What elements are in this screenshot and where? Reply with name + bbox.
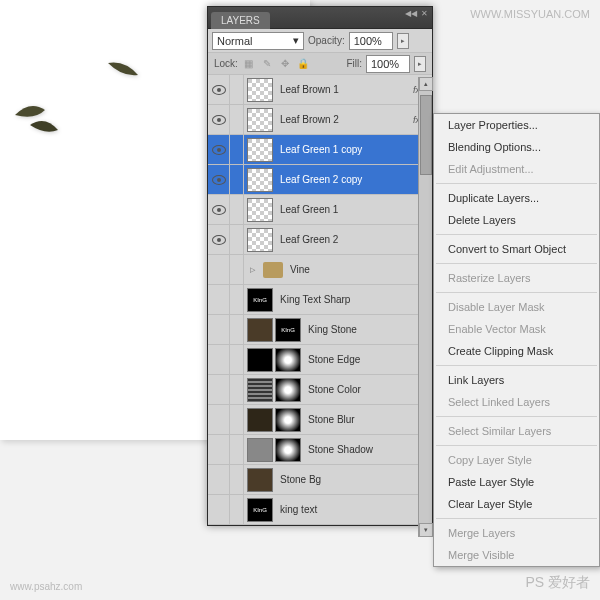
visibility-toggle[interactable] (208, 285, 230, 315)
scroll-thumb[interactable] (420, 95, 432, 175)
link-well[interactable] (230, 255, 244, 285)
visibility-toggle[interactable] (208, 435, 230, 465)
visibility-toggle[interactable] (208, 255, 230, 285)
layer-thumbnail[interactable] (247, 228, 273, 252)
link-well[interactable] (230, 285, 244, 315)
layer-name[interactable]: Stone Blur (304, 414, 432, 425)
close-icon[interactable]: ✕ (421, 9, 428, 18)
menu-item[interactable]: Delete Layers (434, 209, 599, 231)
link-well[interactable] (230, 465, 244, 495)
layer-row[interactable]: Stone Color (208, 375, 432, 405)
layer-thumbnail[interactable] (247, 138, 273, 162)
layer-name[interactable]: Stone Color (304, 384, 432, 395)
layer-name[interactable]: King Text Sharp (276, 294, 432, 305)
link-well[interactable] (230, 195, 244, 225)
layer-thumbnail[interactable] (247, 78, 273, 102)
layer-row[interactable]: Leaf Brown 1fx▾ (208, 75, 432, 105)
visibility-toggle[interactable] (208, 135, 230, 165)
layer-row[interactable]: Leaf Green 2 (208, 225, 432, 255)
layer-thumbnail[interactable] (247, 198, 273, 222)
layer-thumbnail[interactable]: KInG (247, 288, 273, 312)
visibility-toggle[interactable] (208, 75, 230, 105)
menu-item[interactable]: Blending Options... (434, 136, 599, 158)
fill-input[interactable]: 100% (366, 55, 410, 73)
menu-item[interactable]: Link Layers (434, 369, 599, 391)
layer-row[interactable]: ▷Vine (208, 255, 432, 285)
layer-row[interactable]: Stone Blur (208, 405, 432, 435)
layer-thumbnail[interactable] (275, 438, 301, 462)
layer-row[interactable]: KInGking text (208, 495, 432, 525)
layer-thumbnail[interactable] (275, 348, 301, 372)
layer-name[interactable]: Stone Edge (304, 354, 432, 365)
layer-thumbnail[interactable] (247, 108, 273, 132)
layer-name[interactable]: King Stone (304, 324, 432, 335)
layer-row[interactable]: Leaf Green 1 (208, 195, 432, 225)
layer-thumbnail[interactable]: KInG (247, 498, 273, 522)
layer-row[interactable]: Stone Bg (208, 465, 432, 495)
layer-thumbnail[interactable]: KInG (275, 318, 301, 342)
menu-item[interactable]: Create Clipping Mask (434, 340, 599, 362)
layer-thumbnail[interactable] (247, 468, 273, 492)
link-well[interactable] (230, 75, 244, 105)
link-well[interactable] (230, 315, 244, 345)
layer-name[interactable]: Leaf Green 2 copy (276, 174, 432, 185)
layer-name[interactable]: Vine (286, 264, 432, 275)
layer-thumbnail[interactable] (247, 318, 273, 342)
link-well[interactable] (230, 135, 244, 165)
opacity-input[interactable]: 100% (349, 32, 393, 50)
layer-row[interactable]: Leaf Brown 2fx▾ (208, 105, 432, 135)
link-well[interactable] (230, 405, 244, 435)
disclosure-icon[interactable]: ▷ (247, 266, 258, 274)
lock-trans-icon[interactable]: ▦ (242, 57, 256, 71)
tab-layers[interactable]: LAYERS (211, 12, 270, 29)
visibility-toggle[interactable] (208, 105, 230, 135)
layer-name[interactable]: Leaf Green 1 (276, 204, 432, 215)
blend-mode-select[interactable]: Normal ▾ (212, 32, 304, 50)
layer-thumbnail[interactable] (247, 408, 273, 432)
layer-name[interactable]: Stone Shadow (304, 444, 432, 455)
menu-item[interactable]: Duplicate Layers... (434, 187, 599, 209)
link-well[interactable] (230, 225, 244, 255)
lock-move-icon[interactable]: ✥ (278, 57, 292, 71)
scroll-up-button[interactable]: ▴ (419, 77, 433, 91)
link-well[interactable] (230, 345, 244, 375)
layer-thumbnail[interactable] (247, 378, 273, 402)
layer-row[interactable]: Leaf Green 1 copy (208, 135, 432, 165)
layer-thumbnail[interactable] (247, 438, 273, 462)
visibility-toggle[interactable] (208, 225, 230, 255)
visibility-toggle[interactable] (208, 165, 230, 195)
visibility-toggle[interactable] (208, 315, 230, 345)
visibility-toggle[interactable] (208, 405, 230, 435)
layer-row[interactable]: Stone Edge (208, 345, 432, 375)
visibility-toggle[interactable] (208, 345, 230, 375)
menu-item[interactable]: Layer Properties... (434, 114, 599, 136)
link-well[interactable] (230, 105, 244, 135)
visibility-toggle[interactable] (208, 195, 230, 225)
menu-item[interactable]: Clear Layer Style (434, 493, 599, 515)
visibility-toggle[interactable] (208, 495, 230, 525)
lock-brush-icon[interactable]: ✎ (260, 57, 274, 71)
layer-row[interactable]: KInGKing Text Sharp (208, 285, 432, 315)
layer-thumbnail[interactable] (247, 348, 273, 372)
link-well[interactable] (230, 435, 244, 465)
layer-name[interactable]: Stone Bg (276, 474, 432, 485)
layer-name[interactable]: king text (276, 504, 432, 515)
layer-row[interactable]: Stone Shadow (208, 435, 432, 465)
layer-thumbnail[interactable] (275, 408, 301, 432)
layer-row[interactable]: Leaf Green 2 copy (208, 165, 432, 195)
layer-name[interactable]: Leaf Brown 1 (276, 84, 411, 95)
layer-name[interactable]: Leaf Green 1 copy (276, 144, 432, 155)
menu-item[interactable]: Paste Layer Style (434, 471, 599, 493)
scrollbar[interactable]: ▴ ▾ (418, 77, 432, 537)
scroll-down-button[interactable]: ▾ (419, 523, 433, 537)
layer-name[interactable]: Leaf Brown 2 (276, 114, 411, 125)
layer-row[interactable]: KInGKing Stone (208, 315, 432, 345)
layer-thumbnail[interactable] (247, 168, 273, 192)
fill-flyout[interactable]: ▸ (414, 56, 426, 72)
link-well[interactable] (230, 165, 244, 195)
link-well[interactable] (230, 495, 244, 525)
visibility-toggle[interactable] (208, 375, 230, 405)
link-well[interactable] (230, 375, 244, 405)
layer-name[interactable]: Leaf Green 2 (276, 234, 432, 245)
menu-item[interactable]: Convert to Smart Object (434, 238, 599, 260)
